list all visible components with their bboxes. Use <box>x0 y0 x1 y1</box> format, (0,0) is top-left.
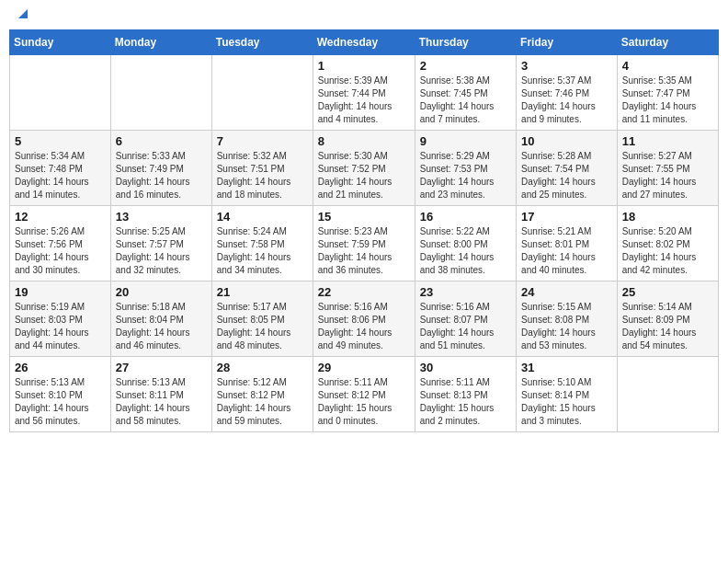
day-number: 13 <box>116 210 207 224</box>
weekday-header-saturday: Saturday <box>617 30 718 55</box>
day-number: 30 <box>420 361 511 374</box>
calendar-cell: 8Sunrise: 5:30 AM Sunset: 7:52 PM Daylig… <box>313 131 415 206</box>
day-info: Sunrise: 5:28 AM Sunset: 7:54 PM Dayligh… <box>521 150 612 201</box>
day-info: Sunrise: 5:19 AM Sunset: 8:03 PM Dayligh… <box>15 301 106 352</box>
calendar-week-row: 1Sunrise: 5:39 AM Sunset: 7:44 PM Daylig… <box>10 55 719 131</box>
day-info: Sunrise: 5:38 AM Sunset: 7:45 PM Dayligh… <box>420 75 511 126</box>
weekday-header-wednesday: Wednesday <box>313 30 415 55</box>
svg-marker-0 <box>18 9 28 18</box>
weekday-header-thursday: Thursday <box>415 30 516 55</box>
day-info: Sunrise: 5:11 AM Sunset: 8:13 PM Dayligh… <box>420 376 511 428</box>
day-number: 11 <box>622 134 713 148</box>
calendar-cell: 29Sunrise: 5:11 AM Sunset: 8:12 PM Dayli… <box>313 357 415 432</box>
day-info: Sunrise: 5:39 AM Sunset: 7:44 PM Dayligh… <box>318 75 410 126</box>
calendar-cell: 26Sunrise: 5:13 AM Sunset: 8:10 PM Dayli… <box>10 357 111 432</box>
calendar-cell: 11Sunrise: 5:27 AM Sunset: 7:55 PM Dayli… <box>617 131 718 206</box>
calendar-cell: 13Sunrise: 5:25 AM Sunset: 7:57 PM Dayli… <box>110 206 211 282</box>
calendar-cell: 16Sunrise: 5:22 AM Sunset: 8:00 PM Dayli… <box>415 206 516 282</box>
calendar-cell: 22Sunrise: 5:16 AM Sunset: 8:06 PM Dayli… <box>313 282 415 357</box>
logo <box>13 9 31 22</box>
logo-arrow-icon <box>15 6 31 22</box>
calendar-week-row: 5Sunrise: 5:34 AM Sunset: 7:48 PM Daylig… <box>10 131 719 206</box>
calendar-cell: 3Sunrise: 5:37 AM Sunset: 7:46 PM Daylig… <box>517 55 618 131</box>
calendar-cell: 5Sunrise: 5:34 AM Sunset: 7:48 PM Daylig… <box>10 131 111 206</box>
day-info: Sunrise: 5:13 AM Sunset: 8:10 PM Dayligh… <box>15 376 106 428</box>
calendar-cell: 15Sunrise: 5:23 AM Sunset: 7:59 PM Dayli… <box>313 206 415 282</box>
day-info: Sunrise: 5:13 AM Sunset: 8:11 PM Dayligh… <box>116 376 207 428</box>
page-header <box>9 9 719 22</box>
day-info: Sunrise: 5:16 AM Sunset: 8:06 PM Dayligh… <box>318 301 410 352</box>
calendar-cell: 12Sunrise: 5:26 AM Sunset: 7:56 PM Dayli… <box>10 206 111 282</box>
day-number: 29 <box>318 361 410 374</box>
day-number: 2 <box>420 59 511 73</box>
calendar-cell: 1Sunrise: 5:39 AM Sunset: 7:44 PM Daylig… <box>313 55 415 131</box>
weekday-header-monday: Monday <box>110 30 211 55</box>
calendar-cell <box>110 55 211 131</box>
day-info: Sunrise: 5:35 AM Sunset: 7:47 PM Dayligh… <box>622 75 713 126</box>
day-number: 16 <box>420 210 511 224</box>
day-number: 25 <box>622 285 713 299</box>
day-number: 9 <box>420 134 511 148</box>
weekday-header-sunday: Sunday <box>10 30 111 55</box>
day-number: 1 <box>318 59 410 73</box>
calendar-cell: 25Sunrise: 5:14 AM Sunset: 8:09 PM Dayli… <box>617 282 718 357</box>
calendar-cell: 19Sunrise: 5:19 AM Sunset: 8:03 PM Dayli… <box>10 282 111 357</box>
calendar-cell: 7Sunrise: 5:32 AM Sunset: 7:51 PM Daylig… <box>211 131 313 206</box>
day-number: 4 <box>622 59 713 73</box>
calendar-cell: 4Sunrise: 5:35 AM Sunset: 7:47 PM Daylig… <box>617 55 718 131</box>
calendar-week-row: 12Sunrise: 5:26 AM Sunset: 7:56 PM Dayli… <box>10 206 719 282</box>
calendar-cell: 27Sunrise: 5:13 AM Sunset: 8:11 PM Dayli… <box>110 357 211 432</box>
calendar-cell: 31Sunrise: 5:10 AM Sunset: 8:14 PM Dayli… <box>517 357 618 432</box>
day-info: Sunrise: 5:18 AM Sunset: 8:04 PM Dayligh… <box>116 301 207 352</box>
day-number: 22 <box>318 285 410 299</box>
calendar-cell: 17Sunrise: 5:21 AM Sunset: 8:01 PM Dayli… <box>517 206 618 282</box>
day-number: 15 <box>318 210 410 224</box>
calendar-cell: 10Sunrise: 5:28 AM Sunset: 7:54 PM Dayli… <box>517 131 618 206</box>
day-info: Sunrise: 5:21 AM Sunset: 8:01 PM Dayligh… <box>521 225 612 277</box>
day-info: Sunrise: 5:32 AM Sunset: 7:51 PM Dayligh… <box>217 150 308 201</box>
day-info: Sunrise: 5:25 AM Sunset: 7:57 PM Dayligh… <box>116 225 207 277</box>
calendar-cell: 9Sunrise: 5:29 AM Sunset: 7:53 PM Daylig… <box>415 131 516 206</box>
day-info: Sunrise: 5:15 AM Sunset: 8:08 PM Dayligh… <box>521 301 612 352</box>
day-number: 20 <box>116 285 207 299</box>
day-info: Sunrise: 5:33 AM Sunset: 7:49 PM Dayligh… <box>116 150 207 201</box>
day-info: Sunrise: 5:14 AM Sunset: 8:09 PM Dayligh… <box>622 301 713 352</box>
day-info: Sunrise: 5:17 AM Sunset: 8:05 PM Dayligh… <box>217 301 308 352</box>
calendar-cell <box>211 55 313 131</box>
day-number: 21 <box>217 285 308 299</box>
day-number: 26 <box>15 361 106 374</box>
day-number: 3 <box>521 59 612 73</box>
calendar-week-row: 19Sunrise: 5:19 AM Sunset: 8:03 PM Dayli… <box>10 282 719 357</box>
day-number: 19 <box>15 285 106 299</box>
day-number: 27 <box>116 361 207 374</box>
day-number: 18 <box>622 210 713 224</box>
day-info: Sunrise: 5:23 AM Sunset: 7:59 PM Dayligh… <box>318 225 410 277</box>
calendar-cell: 18Sunrise: 5:20 AM Sunset: 8:02 PM Dayli… <box>617 206 718 282</box>
day-info: Sunrise: 5:37 AM Sunset: 7:46 PM Dayligh… <box>521 75 612 126</box>
calendar-cell: 20Sunrise: 5:18 AM Sunset: 8:04 PM Dayli… <box>110 282 211 357</box>
calendar-cell <box>10 55 111 131</box>
calendar-table: SundayMondayTuesdayWednesdayThursdayFrid… <box>9 29 719 432</box>
day-info: Sunrise: 5:24 AM Sunset: 7:58 PM Dayligh… <box>217 225 308 277</box>
day-number: 12 <box>15 210 106 224</box>
day-number: 14 <box>217 210 308 224</box>
day-number: 17 <box>521 210 612 224</box>
calendar-cell <box>617 357 718 432</box>
day-number: 31 <box>521 361 612 374</box>
calendar-cell: 23Sunrise: 5:16 AM Sunset: 8:07 PM Dayli… <box>415 282 516 357</box>
calendar-cell: 21Sunrise: 5:17 AM Sunset: 8:05 PM Dayli… <box>211 282 313 357</box>
calendar-cell: 6Sunrise: 5:33 AM Sunset: 7:49 PM Daylig… <box>110 131 211 206</box>
day-info: Sunrise: 5:22 AM Sunset: 8:00 PM Dayligh… <box>420 225 511 277</box>
day-info: Sunrise: 5:12 AM Sunset: 8:12 PM Dayligh… <box>217 376 308 428</box>
calendar-cell: 2Sunrise: 5:38 AM Sunset: 7:45 PM Daylig… <box>415 55 516 131</box>
day-number: 23 <box>420 285 511 299</box>
calendar-week-row: 26Sunrise: 5:13 AM Sunset: 8:10 PM Dayli… <box>10 357 719 432</box>
weekday-header-tuesday: Tuesday <box>211 30 313 55</box>
day-info: Sunrise: 5:26 AM Sunset: 7:56 PM Dayligh… <box>15 225 106 277</box>
day-number: 10 <box>521 134 612 148</box>
day-info: Sunrise: 5:29 AM Sunset: 7:53 PM Dayligh… <box>420 150 511 201</box>
calendar-header-row: SundayMondayTuesdayWednesdayThursdayFrid… <box>10 30 719 55</box>
calendar-cell: 14Sunrise: 5:24 AM Sunset: 7:58 PM Dayli… <box>211 206 313 282</box>
day-info: Sunrise: 5:30 AM Sunset: 7:52 PM Dayligh… <box>318 150 410 201</box>
day-info: Sunrise: 5:11 AM Sunset: 8:12 PM Dayligh… <box>318 376 410 428</box>
